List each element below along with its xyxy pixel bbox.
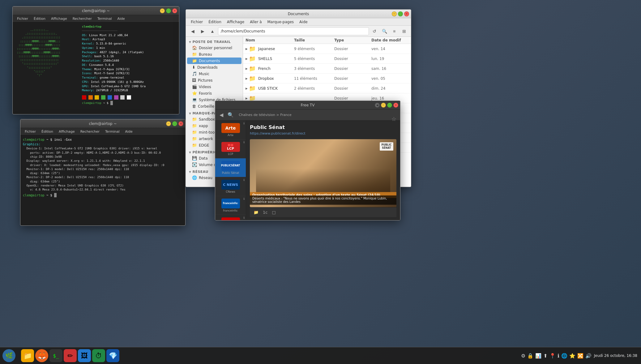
fm-col-header-type[interactable]: Type xyxy=(334,38,371,42)
fm-search-button[interactable]: 🔍 xyxy=(380,27,389,35)
fm-row-date: ven. 14 xyxy=(371,47,408,51)
terminal-menu-affichage-1[interactable]: Affichage xyxy=(49,16,70,21)
table-row[interactable]: ▶ 📁 SHELLS 5 éléments Dossier lun. 19 xyxy=(243,54,411,64)
terminal-menu-edition-2[interactable]: Édition xyxy=(39,129,56,134)
table-row[interactable]: ▶ 📁 USB STICK 2 éléments Dossier dim. 24 xyxy=(243,84,411,93)
channel-arte[interactable]: Arte Arte ℹ xyxy=(215,121,246,139)
terminal-menu-aide-1[interactable]: Aide xyxy=(115,16,127,21)
taskbar-icon-bluetooth[interactable]: 🔀 xyxy=(577,353,583,359)
freetv-btn1[interactable]: ◀ xyxy=(375,103,380,108)
terminal-menu-affichage-2[interactable]: Affichage xyxy=(56,129,77,134)
maximize-button-2[interactable]: □ xyxy=(172,121,177,126)
taskbar-icon-star[interactable]: ⭐ xyxy=(569,353,575,359)
freetv-video-area: PUBLICSÉNAT Organisation territoriale de… xyxy=(250,139,396,207)
cnews-info-icon[interactable]: ℹ xyxy=(244,178,245,182)
fm-view-grid-button[interactable]: ⊞ xyxy=(400,27,408,35)
sidebar-item-dossier-personnel[interactable]: 🏠 Dossier personnel xyxy=(187,45,241,51)
terminal-icon: $_ xyxy=(53,353,59,359)
freetv-titlebar: Free TV ◀ ─ □ ✕ xyxy=(215,101,400,109)
taskbar-icon-update[interactable]: ⬆ xyxy=(543,353,547,359)
taskbar-app-timeshift[interactable]: ⏱ xyxy=(92,349,105,362)
sidebar-item-bureau[interactable]: 📁 Bureau xyxy=(187,51,241,58)
taskbar-icon-apps[interactable]: ⚙ xyxy=(521,353,525,359)
minimize-button-2[interactable]: ─ xyxy=(166,121,171,126)
fm-address-bar[interactable]: /home/clem/Documents xyxy=(218,27,369,35)
start-button[interactable]: 🌿 xyxy=(2,349,15,362)
fm-close-button[interactable]: ✕ xyxy=(404,11,409,16)
terminal-menu-aide-2[interactable]: Aide xyxy=(122,129,135,134)
freetv-maximize-button[interactable]: □ xyxy=(387,103,392,108)
franceinfo-info-icon[interactable]: ℹ xyxy=(244,197,245,200)
taskbar-icon-network[interactable]: 🌐 xyxy=(561,353,567,359)
taskbar-icon-location[interactable]: 📍 xyxy=(549,353,556,359)
fm-section-poste[interactable]: ▼ Poste de travail xyxy=(186,38,243,45)
taskbar-app-mint-install[interactable]: 💎 xyxy=(106,349,119,362)
taskbar-app-editor[interactable]: ✏ xyxy=(64,349,77,362)
taskbar-icon-info[interactable]: ℹ xyxy=(558,353,559,359)
sidebar-item-videos[interactable]: 🎬 Videos xyxy=(187,84,241,90)
taskbar-app-files[interactable]: 📁 xyxy=(21,349,34,362)
pictures-icon: 🖼 xyxy=(192,78,196,83)
table-row[interactable]: ▶ 📁 French 3 éléments Dossier sam. 16 xyxy=(243,64,411,74)
terminal-menu-terminal-2[interactable]: Terminal xyxy=(103,129,122,134)
fm-col-header-date[interactable]: Date de modif xyxy=(371,38,408,42)
arte-info-icon[interactable]: ℹ xyxy=(244,122,245,125)
channel-cnews[interactable]: C NEWS CNews ℹ xyxy=(215,177,246,196)
terminal-menu-fichier-2[interactable]: Fichier xyxy=(22,129,38,134)
close-button-1[interactable]: ✕ xyxy=(172,8,177,13)
table-row[interactable]: ▶ 📁 Japanese 9 éléments Dossier ven. 14 xyxy=(243,44,411,54)
channel-franceinfo[interactable]: france info: franceinfo: ℹ xyxy=(215,196,246,215)
fm-col-header-nom[interactable]: Nom xyxy=(246,38,294,42)
sidebar-item-downloads[interactable]: ⬇ Downloads xyxy=(187,64,241,71)
minimize-button-1[interactable]: ─ xyxy=(160,8,165,13)
taskbar-clock[interactable]: Jeudi 26 octobre, 16:38 xyxy=(594,353,637,358)
freetv-search-icon[interactable]: 🔍 xyxy=(228,112,234,118)
taskbar-icon-lock[interactable]: 🔒 xyxy=(527,353,533,359)
fm-minimize-button[interactable]: ─ xyxy=(392,11,397,16)
freetv-favorite-star[interactable]: ☆ xyxy=(391,116,396,122)
sidebar-item-music[interactable]: 🎵 Music xyxy=(187,71,241,77)
terminal-menu-edition-1[interactable]: Édition xyxy=(31,16,48,21)
fm-menu-marque[interactable]: Marque-pages xyxy=(265,19,297,25)
freetv-close-button[interactable]: ✕ xyxy=(393,103,398,108)
fm-col-header-taille[interactable]: Taille xyxy=(294,38,334,42)
terminal-menu-rechercher-2[interactable]: Rechercher xyxy=(78,129,102,134)
taskbar-app-firefox[interactable]: 🦊 xyxy=(35,349,48,362)
taskbar-icon-volume[interactable]: 🔊 xyxy=(585,353,592,359)
terminal-controls-1: ─ □ ✕ xyxy=(160,8,177,13)
freetv-minimize-button[interactable]: ─ xyxy=(381,103,386,108)
fm-refresh-button[interactable]: ↺ xyxy=(370,27,379,35)
fm-forward-button[interactable]: ▶ xyxy=(198,27,207,35)
lcp-info-icon[interactable]: ℹ xyxy=(244,141,245,144)
terminal-menu-fichier-1[interactable]: Fichier xyxy=(15,16,31,21)
taskbar-app-terminal[interactable]: $_ xyxy=(49,349,62,362)
channel-france24[interactable]: 24 France 24 ℹ xyxy=(215,215,246,220)
terminal-menu-terminal-1[interactable]: Terminal xyxy=(95,16,114,21)
fm-up-button[interactable]: ▲ xyxy=(208,27,217,35)
fm-menu-edition[interactable]: Édition xyxy=(206,19,224,25)
channel-lcp[interactable]: ■■ LCP LCP ℹ xyxy=(215,139,246,158)
table-row[interactable]: ▶ 📁 Dropbox 11 éléments Dossier ven. 05 xyxy=(243,74,411,84)
freetv-back-button[interactable]: ◀ xyxy=(218,111,225,119)
sidebar-item-documents[interactable]: 📁 Documents xyxy=(187,58,241,64)
freetv-1c-btn[interactable]: 1c xyxy=(262,209,269,215)
freetv-folder-btn[interactable]: 📁 xyxy=(252,209,260,215)
sidebar-item-favoris[interactable]: ⭐ Favoris xyxy=(187,90,241,96)
sidebar-item-pictures[interactable]: 🖼 Pictures xyxy=(187,77,241,84)
taskbar-app-pix[interactable]: 🖼 xyxy=(78,349,91,362)
maximize-button-1[interactable]: □ xyxy=(166,8,171,13)
fm-menu-aller[interactable]: Aller à xyxy=(247,19,264,25)
close-button-2[interactable]: ✕ xyxy=(178,121,183,126)
fm-menu-affichage[interactable]: Affichage xyxy=(224,19,247,25)
fm-maximize-button[interactable]: □ xyxy=(398,11,403,16)
fm-menu-fichier[interactable]: Fichier xyxy=(188,19,205,25)
france24-info-icon[interactable]: ℹ xyxy=(244,216,245,219)
freetv-fullscreen-btn[interactable]: □ xyxy=(271,209,277,215)
channel-public-senat[interactable]: PUBLIC SÉNAT Public Sénat : Sénat xyxy=(215,158,246,177)
fm-menu-aide[interactable]: Aide xyxy=(297,19,310,25)
taskbar-icon-monitor[interactable]: 📊 xyxy=(535,353,541,359)
terminal-menu-rechercher-1[interactable]: Rechercher xyxy=(70,16,94,21)
freetv-channel-url[interactable]: https://www.publicsenat.fr/direct xyxy=(250,131,306,135)
fm-back-button[interactable]: ◀ xyxy=(188,27,197,35)
fm-view-list-button[interactable]: ≡ xyxy=(390,27,399,35)
